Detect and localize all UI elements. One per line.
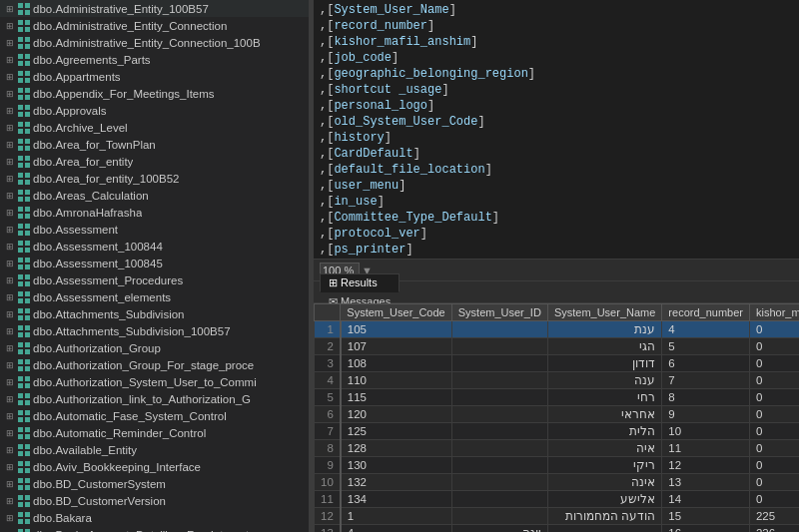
tree-item[interactable]: ⊞ dbo.Aviv_Bookkeeping_Interface [0,458,309,475]
expand-icon[interactable]: ⊞ [4,308,16,320]
expand-icon[interactable]: ⊞ [4,105,16,117]
table-row[interactable]: 8128איה110 [315,440,800,457]
tree-item[interactable]: ⊞ dbo.Area_for_entity [0,153,309,170]
table-row[interactable]: 9130ריקי120 [315,457,800,474]
svg-rect-4 [18,20,23,25]
col-header-kishor_mafil_anshim[interactable]: kishor_mafil_anshim [749,304,799,321]
expand-icon[interactable]: ⊞ [4,478,16,490]
tree-item[interactable]: ⊞ dbo.Assessment_100845 [0,255,309,271]
tree-item[interactable]: ⊞ dbo.Appendix_For_Meetings_Items [0,85,309,102]
tree-item[interactable]: ⊞ dbo.Authorization_Group [0,339,309,356]
expand-icon[interactable]: ⊞ [4,20,16,32]
col-header-System_User_ID[interactable]: System_User_ID [451,304,547,321]
cell-System_User_ID [451,406,547,423]
expand-icon[interactable]: ⊞ [4,342,16,354]
query-editor[interactable]: ,[System_User_Name],[record_number],[kis… [314,0,799,260]
cell-System_User_Name: איה [547,440,661,457]
col-header-System_User_Code[interactable]: System_User_Code [341,304,451,321]
expand-icon[interactable]: ⊞ [4,444,16,456]
expand-icon[interactable]: ⊞ [4,359,16,371]
expand-icon[interactable]: ⊞ [4,495,16,507]
tree-item[interactable]: ⊞ dbo.Areas_Calculation [0,187,309,204]
tree-item[interactable]: ⊞ dbo.Area_for_TownPlan [0,136,309,153]
table-row[interactable]: 2107הגי50 [315,338,800,355]
tree-item[interactable]: ⊞ dbo.Available_Entity [0,441,309,458]
tree-item[interactable]: ⊞ dbo.Attachments_Subdivision_100B57 [0,322,309,339]
tree-item[interactable]: ⊞ dbo.Authorization_link_to_Authorizatio… [0,390,309,407]
expand-icon[interactable]: ⊞ [4,224,16,236]
table-row[interactable]: 11134אלישע140 [315,491,800,508]
expand-icon[interactable]: ⊞ [4,3,16,15]
expand-icon[interactable]: ⊞ [4,512,16,524]
expand-icon[interactable]: ⊞ [4,71,16,83]
table-row[interactable]: 121הודעה המחמורות15225 [315,508,800,525]
cell-rownum: 13 [315,525,341,533]
col-header-record_number[interactable]: record_number [662,304,750,321]
tree-item[interactable]: ⊞ dbo.BD_CustomerSystem [0,475,309,492]
query-line: ,[protocol_ver] [320,226,793,242]
expand-icon[interactable]: ⊞ [4,325,16,337]
table-row[interactable]: 1105ענת40 [315,321,800,338]
col-header-rownum[interactable] [315,304,341,321]
cell-System_User_Code: 128 [341,440,451,457]
expand-icon[interactable]: ⊞ [4,258,16,269]
tree-item[interactable]: ⊞ dbo.Appartments [0,68,309,85]
data-grid[interactable]: System_User_CodeSystem_User_IDSystem_Use… [314,303,799,532]
svg-rect-102 [18,434,23,439]
tab-results[interactable]: ⊞Results [320,273,400,292]
tree-item[interactable]: ⊞ dbo.Area_for_entity_100B52 [0,170,309,187]
tree-item[interactable]: ⊞ dbo.Assessment_100844 [0,238,309,255]
tree-item[interactable]: ⊞ dbo.AmronaHafrasha [0,204,309,221]
expand-icon[interactable]: ⊞ [4,207,16,219]
expand-icon[interactable]: ⊞ [4,376,16,388]
tree-item[interactable]: ⊞ dbo.Archive_Level [0,119,309,136]
table-row[interactable]: 134יונה16226 [315,525,800,533]
expand-icon[interactable]: ⊞ [4,529,16,533]
tree-item[interactable]: ⊞ dbo.Automatic_Fase_System_Control [0,407,309,424]
tree-item-label: dbo.Automatic_Reminder_Control [33,427,206,439]
tree-item[interactable]: ⊞ dbo.Approvals [0,102,309,119]
tree-item[interactable]: ⊞ dbo.Assessment_elements [0,288,309,305]
expand-icon[interactable]: ⊞ [4,274,16,286]
col-header-System_User_Name[interactable]: System_User_Name [547,304,661,321]
svg-rect-30 [18,129,23,134]
expand-icon[interactable]: ⊞ [4,410,16,422]
tree-item[interactable]: ⊞ dbo.Attachments_Subdivision [0,305,309,322]
cell-record_number: 15 [662,508,750,525]
tree-item[interactable]: ⊞ dbo.Agreements_Parts [0,51,309,68]
tree-item[interactable]: ⊞ dbo.Assessment_Procedures [0,271,309,288]
tree-item[interactable]: ⊞ dbo.BD_CustomerVersion [0,492,309,509]
table-icon [17,291,31,303]
table-row[interactable]: 3108דודון60 [315,355,800,372]
tree-item-label: dbo.Bank_Account_Detailing_For_Intereste… [33,529,261,533]
table-row[interactable]: 7125הלית100 [315,423,800,440]
expand-icon[interactable]: ⊞ [4,461,16,473]
expand-icon[interactable]: ⊞ [4,156,16,168]
svg-rect-105 [25,444,30,449]
table-row[interactable]: 5115רחי80 [315,389,800,406]
expand-icon[interactable]: ⊞ [4,37,16,49]
expand-icon[interactable]: ⊞ [4,173,16,185]
expand-icon[interactable]: ⊞ [4,139,16,151]
svg-rect-22 [18,95,23,100]
expand-icon[interactable]: ⊞ [4,190,16,202]
expand-icon[interactable]: ⊞ [4,241,16,253]
table-row[interactable]: 6120אחראי90 [315,406,800,423]
tree-item[interactable]: ⊞ dbo.Bank_Account_Detailing_For_Interes… [0,526,309,532]
expand-icon[interactable]: ⊞ [4,122,16,134]
table-row[interactable]: 10132אינה130 [315,474,800,491]
table-row[interactable]: 4110ענה70 [315,372,800,389]
expand-icon[interactable]: ⊞ [4,393,16,405]
tree-item[interactable]: ⊞ dbo.Authorization_Group_For_stage_proc… [0,356,309,373]
tree-item[interactable]: ⊞ dbo.Authorization_System_User_to_Commi [0,373,309,390]
tree-item[interactable]: ⊞ dbo.Automatic_Reminder_Control [0,424,309,441]
expand-icon[interactable]: ⊞ [4,54,16,66]
tree-item[interactable]: ⊞ dbo.Bakara [0,509,309,526]
expand-icon[interactable]: ⊞ [4,88,16,100]
expand-icon[interactable]: ⊞ [4,427,16,439]
tree-item[interactable]: ⊞ dbo.Administrative_Entity_Connection_1… [0,34,309,51]
tree-item[interactable]: ⊞ dbo.Administrative_Entity_Connection [0,17,309,34]
tree-item[interactable]: ⊞ dbo.Assessment [0,221,309,238]
expand-icon[interactable]: ⊞ [4,291,16,303]
tree-item[interactable]: ⊞ dbo.Administrative_Entity_100B57 [0,0,309,17]
